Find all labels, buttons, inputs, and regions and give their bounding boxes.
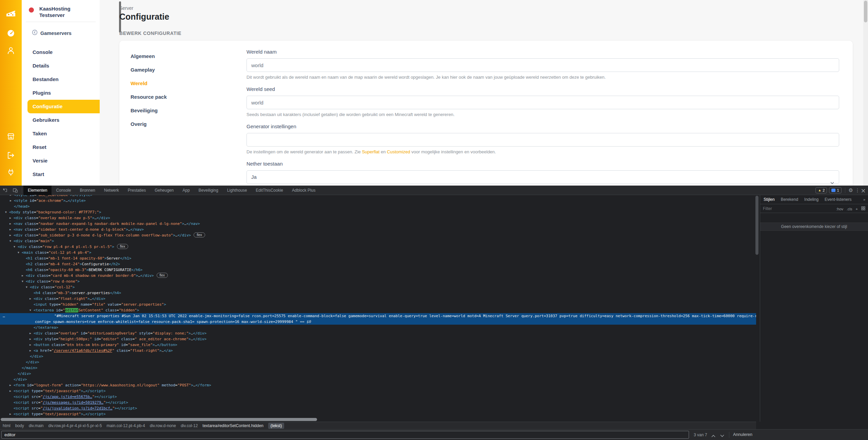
dom-tree-node[interactable]: ▼<main class="col-12 pt-4 pb-4">	[0, 250, 756, 255]
sidebar-item-taken[interactable]: Taken	[22, 127, 100, 140]
flex-badge[interactable]: flex	[194, 232, 205, 237]
breadcrumb-item[interactable]: div.col-12	[181, 423, 198, 428]
elements-horizontal-scrollbar[interactable]	[1, 418, 317, 421]
dom-tree-node[interactable]: ▶<button class="btn btn-sm btn-primary" …	[0, 342, 756, 348]
flex-badge[interactable]: flex	[117, 244, 129, 249]
devtools-tab-console[interactable]: Console	[52, 186, 75, 195]
help-link[interactable]: Superflat	[362, 149, 379, 154]
devtools-tab-netwerk[interactable]: Netwerk	[100, 186, 123, 195]
sidebar-item-configuratie[interactable]: Configuratie	[27, 100, 100, 113]
config-tab-beveiliging[interactable]: Beveiliging	[131, 104, 232, 117]
disclosure-closed-icon[interactable]: ▶	[9, 382, 11, 388]
dom-tree-node[interactable]: <h2 class="mb-4 font-24">Configuratie</h…	[0, 261, 756, 267]
kebab-menu-icon[interactable]: ⋮	[855, 188, 859, 193]
dom-tree-node[interactable]: <script src="/js/messages.js?id=5019279……	[0, 400, 756, 405]
disclosure-closed-icon[interactable]: ▶	[22, 273, 23, 279]
disclosure-open-icon[interactable]: ▼	[5, 209, 7, 215]
dom-tree-node[interactable]: ▶<style id="ace_searchbox">…</style>	[0, 195, 756, 198]
disclosure-open-icon[interactable]: ▼	[29, 307, 31, 313]
text-expander-icon[interactable]: …	[3, 313, 5, 319]
user-icon[interactable]	[6, 46, 15, 56]
devtools-tab-editthiscookie[interactable]: EditThisCookie	[251, 186, 288, 195]
grid-toggle-icon[interactable]	[861, 206, 865, 212]
breadcrumb-item[interactable]: html	[3, 423, 11, 428]
styles-filter-input[interactable]: Filter	[763, 206, 833, 211]
devtools-tab-app[interactable]: App	[178, 186, 194, 195]
settings-gear-icon[interactable]: ⚙	[849, 187, 853, 193]
breadcrumb-item[interactable]: body	[15, 423, 24, 428]
disclosure-closed-icon[interactable]: ▶	[29, 296, 31, 302]
warnings-badge[interactable]: ▲ 2	[815, 187, 827, 193]
dashboard-icon[interactable]	[6, 29, 15, 39]
styles-tab-berekend[interactable]: Berekend	[781, 197, 798, 202]
sidebar-item-reset[interactable]: Reset	[22, 140, 100, 154]
page-scrollbar[interactable]	[863, 0, 868, 186]
plug-icon[interactable]	[7, 168, 15, 178]
disclosure-closed-icon[interactable]: ▶	[29, 348, 31, 353]
field-input-generator-instellingen[interactable]	[246, 133, 839, 147]
sidebar-item-start[interactable]: Start	[22, 168, 100, 181]
config-tab-overig[interactable]: Overig	[131, 117, 232, 131]
help-link[interactable]: Customized	[387, 149, 410, 154]
devtools-tab-elementen[interactable]: Elementen	[23, 186, 52, 195]
breadcrumb-item[interactable]: textarea#editorSetContent.hidden	[202, 423, 263, 428]
disclosure-closed-icon[interactable]: ▶	[10, 195, 12, 198]
dom-tree-node[interactable]: ▶<div class="card mb-4 shadow-sm rounder…	[0, 273, 756, 279]
dom-tree-node[interactable]: ▼<body style="background-color: #F7F7F7;…	[0, 209, 756, 215]
dom-tree-node[interactable]: <input type="hidden" name="file" value="…	[0, 302, 756, 307]
close-devtools-icon[interactable]: ×	[861, 187, 866, 194]
devtools-tab-beveiliging[interactable]: Beveiliging	[194, 186, 223, 195]
config-tab-gameplay[interactable]: Gameplay	[131, 63, 232, 77]
config-tab-wereld[interactable]: Wereld	[131, 77, 232, 90]
devtools-tab-prestaties[interactable]: Prestaties	[123, 186, 150, 195]
dom-tree-node[interactable]: …"#Minecraft server properties #Sun Jan …	[0, 313, 756, 319]
disclosure-closed-icon[interactable]: ▶	[10, 198, 12, 204]
dom-tree-node[interactable]: ▶<a href="/server/471a6fdb/files#%2F" cl…	[0, 348, 756, 353]
styles-tab-event-listeners[interactable]: Event-listeners	[825, 197, 851, 202]
disclosure-closed-icon[interactable]: ▶	[29, 330, 31, 336]
cheese-icon[interactable]	[6, 8, 16, 19]
dom-tree-node[interactable]: ▶<form id="logout-form" action="https://…	[0, 382, 756, 388]
dom-tree-node[interactable]: config= spawn-monsters=true enforce-whit…	[0, 319, 756, 325]
disclosure-closed-icon[interactable]: ▶	[29, 336, 31, 342]
disclosure-closed-icon[interactable]: ▶	[9, 215, 11, 221]
dom-tree-node[interactable]: ▶<div class="overlay" id="editorLoadingO…	[0, 330, 756, 336]
dom-tree-node[interactable]: ▶<script type="text/javascript">…</scrip…	[0, 388, 756, 394]
dom-tree-node[interactable]: <script src="/js/app.js?id=e55675b…"></s…	[0, 394, 756, 400]
shop-icon[interactable]	[6, 132, 16, 142]
dom-tree-node[interactable]: </textarea>	[0, 325, 756, 330]
config-tab-resource-pack[interactable]: Resource pack	[131, 90, 232, 104]
find-next-icon[interactable]	[720, 433, 724, 439]
flex-badge[interactable]: flex	[157, 273, 168, 278]
devtools-tab-lighthouse[interactable]: Lighthouse	[223, 186, 252, 195]
disclosure-open-icon[interactable]: ▼	[18, 250, 19, 255]
disclosure-closed-icon[interactable]: ▶	[9, 221, 11, 227]
dom-tree-node[interactable]: <h4 class="mb-3">server.properties</h4>	[0, 290, 756, 296]
devtools-tab-geheugen[interactable]: Geheugen	[150, 186, 178, 195]
disclosure-closed-icon[interactable]: ▶	[9, 232, 11, 238]
find-cancel-button[interactable]: Annuleren	[733, 432, 752, 437]
dom-tree-node[interactable]: ▶<nav class="navbar navbar-expand-lg nav…	[0, 221, 756, 227]
sidebar-item-bestanden[interactable]: Bestanden	[22, 73, 100, 86]
breadcrumb-item[interactable]: div.row.d-none	[150, 423, 176, 428]
styles-tab-indeling[interactable]: Indeling	[804, 197, 818, 202]
dom-tree-node[interactable]: </main>	[0, 365, 756, 371]
dom-tree-node[interactable]: ▶<div class="overlay mobile-nav p-5">…</…	[0, 215, 756, 221]
logout-icon[interactable]	[6, 151, 15, 161]
inspect-element-icon[interactable]	[0, 186, 10, 195]
dom-tree-node[interactable]: ▼<div class="row pl-4 pr-4 pl-xl-5 pr-xl…	[0, 244, 756, 250]
sidebar-item-details[interactable]: Details	[22, 59, 100, 73]
dom-tree-node[interactable]: </div>	[0, 353, 756, 359]
sidebar-item-gebruikers[interactable]: Gebruikers	[22, 113, 100, 127]
disclosure-open-icon[interactable]: ▼	[26, 284, 27, 290]
dom-tree-node[interactable]: ▶<style id="ace-chrome">…</style>	[0, 198, 756, 204]
elements-vertical-scrollbar[interactable]	[755, 196, 758, 255]
breadcrumb-item[interactable]: div.main	[29, 423, 44, 428]
dom-tree-node[interactable]: ▶<div class="float-right">…</div>	[0, 296, 756, 302]
find-previous-icon[interactable]	[711, 433, 715, 439]
issues-badge[interactable]: 1	[829, 187, 841, 193]
dom-tree-node[interactable]: ▶<script type="text/javascript">…</scrip…	[0, 411, 756, 417]
device-toolbar-icon[interactable]	[10, 186, 20, 195]
back-to-gameservers-link[interactable]: Gameservers	[32, 30, 100, 37]
styles-chip-[interactable]: +	[856, 207, 858, 211]
